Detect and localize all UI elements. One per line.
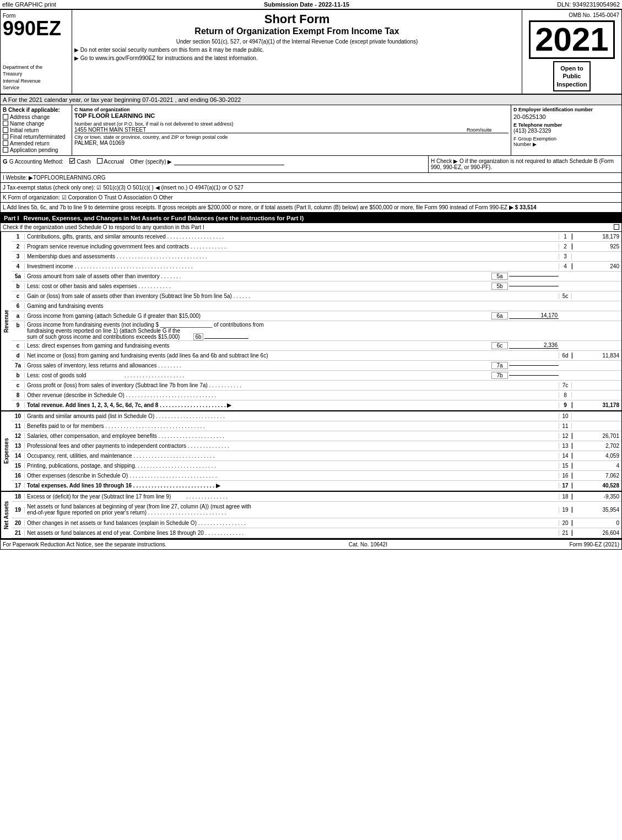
open-to-public-box: Open toPublicInspection xyxy=(553,61,590,91)
line-num-16: 16 xyxy=(12,473,25,479)
line-num-5c: c xyxy=(12,293,25,299)
row-11-linecol: 11 xyxy=(559,423,572,429)
checkbox-icon[interactable] xyxy=(3,114,8,120)
row-12-linecol: 12 xyxy=(559,433,572,439)
expenses-row-14: 14 Occupancy, rent, utilities, and maint… xyxy=(12,451,621,461)
row-16-desc: Other expenses (describe in Schedule O) … xyxy=(25,472,559,479)
submission-date: Submission Date - 2022-11-15 xyxy=(264,1,349,8)
checkbox-address-change[interactable]: Address change xyxy=(3,114,69,120)
expenses-row-16: 16 Other expenses (describe in Schedule … xyxy=(12,471,621,481)
row-5b-sublabel: 5b xyxy=(491,283,508,290)
line-num-6a: a xyxy=(12,313,25,319)
efile-label: efile GRAPHIC print xyxy=(2,1,56,8)
i-website: I Website: ▶TOPFLOORLEARNING.ORG xyxy=(3,175,106,181)
line-num-13: 13 xyxy=(12,443,25,449)
row-20-amount: 0 xyxy=(572,520,621,526)
row-18-linecol: 18 xyxy=(559,494,572,500)
f-group-exemption: F Group Exemption Number ▶ xyxy=(513,136,619,147)
row-14-linecol: 14 xyxy=(559,453,572,459)
check-applicable-section: B Check if applicable: Address change Na… xyxy=(1,105,72,155)
other-specify: Other (specify) ▶ xyxy=(130,159,172,165)
part1-check-row: Check if the organization used Schedule … xyxy=(1,223,621,232)
row-7a-sublabel: 7a xyxy=(491,362,508,369)
row-6d-amount: 11,834 xyxy=(572,353,621,359)
row-11-desc: Benefits paid to or for members . . . . … xyxy=(25,422,559,430)
dln-number: DLN: 93492319054962 xyxy=(557,1,620,8)
checkbox-icon[interactable] xyxy=(3,134,8,139)
row-7b-subval xyxy=(509,375,559,376)
revenue-row-9: 9 Total revenue. Add lines 1, 2, 3, 4, 5… xyxy=(12,400,621,410)
address-value: 1455 NORTH MAIN STREET xyxy=(74,127,464,133)
row-5b-desc: Less: cost or other basis and sales expe… xyxy=(25,283,490,290)
row-19-linecol: 19 xyxy=(559,507,572,513)
title-block: Short Form Return of Organization Exempt… xyxy=(72,10,522,94)
line-num-18: 18 xyxy=(12,494,25,500)
checkbox-icon[interactable] xyxy=(3,127,8,133)
org-info-section: C Name of organization TOP FLOOR LEARNIN… xyxy=(72,105,511,155)
row-1-desc: Contributions, gifts, grants, and simila… xyxy=(25,233,559,240)
accounting-method-label: G Accounting Method: xyxy=(9,159,63,165)
revenue-row-6c: c Less: direct expenses from gaming and … xyxy=(12,341,621,351)
d-label: D Employer identification number xyxy=(513,107,619,112)
row-5a-subval xyxy=(509,276,559,277)
part1-header: Part I Revenue, Expenses, and Changes in… xyxy=(1,213,621,223)
expenses-row-11: 11 Benefits paid to or for members . . .… xyxy=(12,421,621,431)
row-2-amount: 925 xyxy=(572,243,621,250)
row-5c-desc: Gain or (loss) from sale of assets other… xyxy=(25,292,559,300)
row-12-desc: Salaries, other compensation, and employ… xyxy=(25,432,559,440)
row-20-desc: Other changes in net assets or fund bala… xyxy=(25,519,559,527)
form-header: Form 990EZ Department of the Treasury In… xyxy=(1,10,621,95)
omb-number: OMB No. 1545-0047 xyxy=(524,12,619,18)
cash-radio[interactable]: Cash xyxy=(69,158,93,165)
ein-block: D Employer identification number 20-0525… xyxy=(511,105,621,155)
line-num-2: 2 xyxy=(12,243,25,250)
expenses-row-15: 15 Printing, publications, postage, and … xyxy=(12,461,621,471)
checkbox-icon[interactable] xyxy=(3,121,8,126)
short-form-title: Short Form xyxy=(74,12,520,26)
revenue-row-5a: 5a Gross amount from sale of assets othe… xyxy=(12,272,621,281)
line-num-19: 19 xyxy=(12,507,25,513)
row-5a-sublabel: 5a xyxy=(491,273,508,280)
row-18-desc: Excess or (deficit) for the year (Subtra… xyxy=(25,493,559,500)
checkbox-application-pending[interactable]: Application pending xyxy=(3,147,69,153)
g-label: G xyxy=(3,158,8,165)
row-18-amount: -9,350 xyxy=(572,494,621,500)
line-num-6: 6 xyxy=(12,303,25,309)
footer-left: For Paperwork Reduction Act Notice, see … xyxy=(3,541,166,548)
row-9-desc: Total revenue. Add lines 1, 2, 3, 4, 5c,… xyxy=(25,402,559,409)
other-specify-line xyxy=(174,158,284,165)
top-bar: efile GRAPHIC print Submission Date - 20… xyxy=(0,0,622,9)
accrual-radio[interactable]: Accrual xyxy=(97,158,126,165)
year-block: OMB No. 1545-0047 2021 Open toPublicInsp… xyxy=(522,10,621,94)
checkbox-icon[interactable] xyxy=(3,147,8,153)
room-label: Room/suite xyxy=(467,127,509,133)
expenses-content: 10 Grants and similar amounts paid (list… xyxy=(12,411,621,491)
c-label: C Name of organization xyxy=(74,107,509,112)
row-15-desc: Printing, publications, postage, and shi… xyxy=(25,462,559,469)
revenue-section: Revenue 1 Contributions, gifts, grants, … xyxy=(1,232,621,411)
checkbox-icon[interactable] xyxy=(3,140,8,146)
checkbox-name-change[interactable]: Name change xyxy=(3,121,69,127)
checkbox-amended-return[interactable]: Amended return xyxy=(3,140,69,147)
line-num-12: 12 xyxy=(12,433,25,439)
line-num-6b: b xyxy=(12,321,25,328)
row-14-desc: Occupancy, rent, utilities, and maintena… xyxy=(25,452,559,459)
line-num-8: 8 xyxy=(12,392,25,398)
row-9-amount: 31,178 xyxy=(572,402,621,408)
return-title: Return of Organization Exempt From Incom… xyxy=(74,26,520,36)
line-num-6d: d xyxy=(12,353,25,359)
line-num-5b: b xyxy=(12,283,25,289)
e-label: E Telephone number xyxy=(513,122,619,128)
city-value: PALMER, MA 01069 xyxy=(74,140,509,146)
line-num-9: 9 xyxy=(12,402,25,408)
revenue-row-5c: c Gain or (loss) from sale of assets oth… xyxy=(12,291,621,301)
checkbox-final-return[interactable]: Final return/terminated xyxy=(3,134,69,140)
row-6a-desc: Gross income from gaming (attach Schedul… xyxy=(25,312,490,319)
checkbox-initial-return[interactable]: Initial return xyxy=(3,127,69,133)
part1-check-icon[interactable] xyxy=(614,224,619,230)
revenue-row-6a: a Gross income from gaming (attach Sched… xyxy=(12,311,621,321)
revenue-row-4: 4 Investment income . . . . . . . . . . … xyxy=(12,262,621,272)
footer-right: Form 990-EZ (2021) xyxy=(569,541,619,548)
phone-value: (413) 283-2329 xyxy=(513,128,619,134)
section-a: A For the 2021 calendar year, or tax yea… xyxy=(1,95,621,105)
